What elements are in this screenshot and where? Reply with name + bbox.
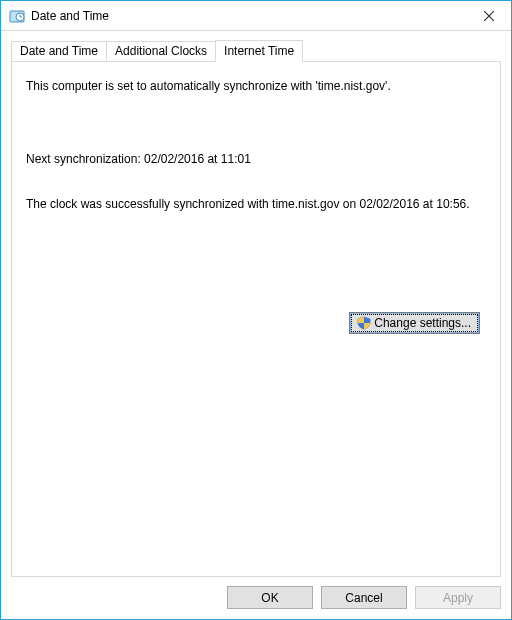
date-and-time-window: Date and Time Date and Time Additional C… xyxy=(0,0,512,620)
client-area: Date and Time Additional Clocks Internet… xyxy=(1,31,511,619)
titlebar: Date and Time xyxy=(1,1,511,31)
tab-date-and-time[interactable]: Date and Time xyxy=(11,41,107,61)
ok-button[interactable]: OK xyxy=(227,586,313,609)
cancel-button[interactable]: Cancel xyxy=(321,586,407,609)
tab-additional-clocks[interactable]: Additional Clocks xyxy=(106,41,216,61)
last-sync-message: The clock was successfully synchronized … xyxy=(26,196,476,213)
dialog-buttons: OK Cancel Apply xyxy=(11,576,501,609)
tab-container: Date and Time Additional Clocks Internet… xyxy=(11,39,501,576)
tab-panel-internet-time: This computer is set to automatically sy… xyxy=(11,61,501,577)
sync-server-message: This computer is set to automatically sy… xyxy=(26,78,486,95)
next-sync-message: Next synchronization: 02/02/2016 at 11:0… xyxy=(26,151,486,168)
change-settings-button[interactable]: Change settings... xyxy=(349,312,480,334)
window-title: Date and Time xyxy=(31,9,109,23)
close-icon xyxy=(484,11,494,21)
change-settings-label: Change settings... xyxy=(374,316,471,330)
tab-internet-time[interactable]: Internet Time xyxy=(215,40,303,62)
change-settings-row: Change settings... xyxy=(26,312,486,334)
uac-shield-icon xyxy=(356,315,372,331)
clock-panel-icon xyxy=(9,8,25,24)
apply-button: Apply xyxy=(415,586,501,609)
tabstrip: Date and Time Additional Clocks Internet… xyxy=(11,39,501,61)
close-button[interactable] xyxy=(466,1,511,30)
